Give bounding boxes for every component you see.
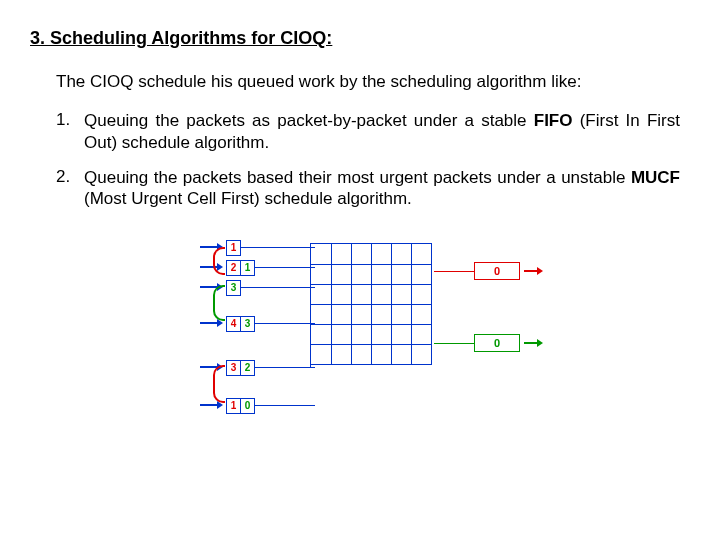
wire [254, 323, 315, 324]
input-queue: 3 2 [226, 360, 255, 376]
list-number: 1. [56, 110, 84, 153]
wire [434, 343, 474, 344]
input-queue: 1 0 [226, 398, 255, 414]
output-box: 0 [474, 334, 520, 352]
arrow-icon [524, 270, 538, 272]
swap-arrow-icon [213, 285, 225, 321]
text: (Most Urgent Cell First) schedule algori… [84, 189, 412, 208]
input-queue: 3 [226, 280, 241, 296]
queue-cell: 2 [241, 361, 255, 375]
queue-cell: 2 [227, 261, 241, 275]
bold-term: FIFO [534, 111, 573, 130]
wire [240, 287, 315, 288]
arrow-icon [200, 404, 218, 406]
queue-cell: 1 [227, 241, 241, 255]
arrow-icon [524, 342, 538, 344]
list-body: Queuing the packets as packet-by-packet … [84, 110, 680, 153]
queue-cell: 3 [227, 361, 241, 375]
wire [254, 267, 315, 268]
input-queue: 1 [226, 240, 241, 256]
bold-term: MUCF [631, 168, 680, 187]
queue-cell: 0 [241, 399, 255, 413]
wire [434, 271, 474, 272]
arrow-icon [200, 246, 218, 248]
list-number: 2. [56, 167, 84, 210]
input-queue: 2 1 [226, 260, 255, 276]
crossbar-grid [310, 243, 432, 365]
section-heading: 3. Scheduling Algorithms for CIOQ: [30, 28, 690, 49]
queue-cell: 4 [227, 317, 241, 331]
input-queue: 4 3 [226, 316, 255, 332]
swap-arrow-icon [213, 247, 225, 275]
text: Queuing the packets as packet-by-packet … [84, 111, 534, 130]
queue-cell: 1 [241, 261, 255, 275]
cioq-diagram: 1 2 1 3 4 3 [195, 223, 525, 423]
text: Queuing the packets based their most urg… [84, 168, 631, 187]
wire [254, 367, 315, 368]
queue-cell: 3 [227, 281, 241, 295]
output-box: 0 [474, 262, 520, 280]
list-item: 2. Queuing the packets based their most … [56, 167, 680, 210]
list-body: Queuing the packets based their most urg… [84, 167, 680, 210]
wire [310, 363, 311, 367]
arrow-icon [200, 322, 218, 324]
intro-text: The CIOQ schedule his queued work by the… [56, 71, 680, 92]
list-item: 1. Queuing the packets as packet-by-pack… [56, 110, 680, 153]
queue-cell: 3 [241, 317, 255, 331]
wire [254, 405, 315, 406]
wire [240, 247, 315, 248]
swap-arrow-icon [213, 365, 225, 403]
queue-cell: 1 [227, 399, 241, 413]
